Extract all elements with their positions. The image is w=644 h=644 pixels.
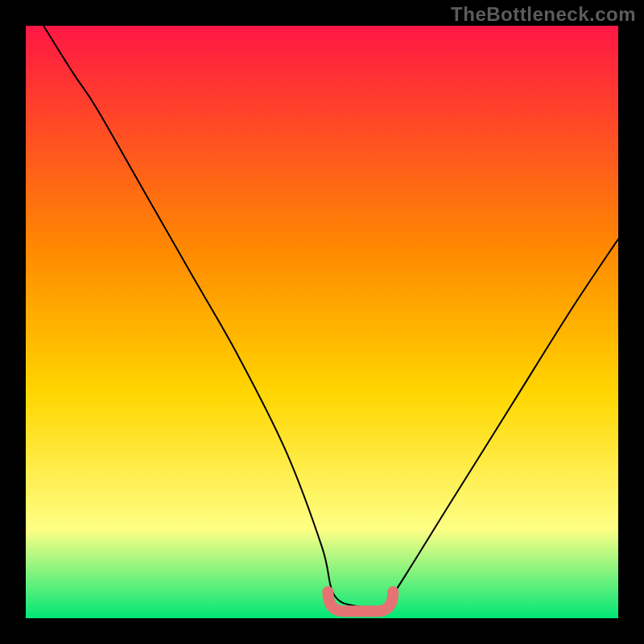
frame-bottom xyxy=(0,618,644,644)
chart-frame: TheBottleneck.com xyxy=(0,0,644,644)
gradient-background xyxy=(26,26,618,618)
chart-svg xyxy=(0,0,644,644)
watermark-text: TheBottleneck.com xyxy=(451,3,636,26)
frame-right xyxy=(618,0,644,644)
frame-left xyxy=(0,0,26,644)
